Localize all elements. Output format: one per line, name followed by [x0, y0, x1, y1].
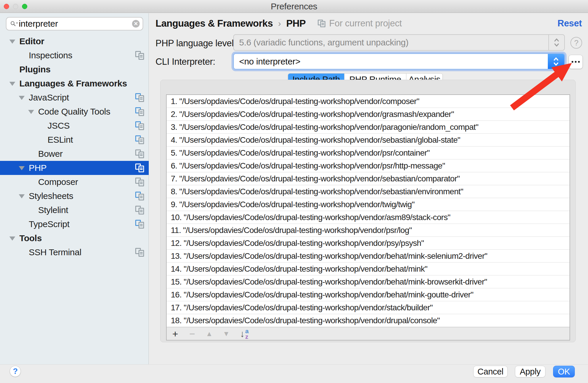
sidebar-item-jscs[interactable]: JSCS [0, 119, 149, 133]
cli-interpreter-browse-button[interactable] [569, 55, 583, 69]
include-path-row[interactable]: 4. "/Users/opdavies/Code/os/drupal-testi… [167, 134, 570, 147]
sidebar-item-javascript[interactable]: JavaScript [0, 91, 149, 105]
sidebar-item-label: JavaScript [29, 93, 69, 103]
add-button[interactable]: + [167, 328, 184, 340]
reset-link[interactable]: Reset [557, 18, 582, 29]
include-path-row[interactable]: 5. "/Users/opdavies/Code/os/drupal-testi… [167, 147, 570, 159]
sidebar-item-eslint[interactable]: ESLint [0, 133, 149, 147]
breadcrumb-php[interactable]: PHP [286, 18, 306, 29]
sidebar-item-label: Editor [19, 36, 44, 46]
ok-button[interactable]: OK [553, 366, 575, 377]
remove-button: − [184, 328, 201, 340]
chevron-down-icon[interactable] [19, 166, 25, 170]
project-scope-icon [318, 20, 325, 27]
cli-interpreter-select[interactable]: <no interpreter> [233, 53, 565, 69]
help-button[interactable]: ? [10, 366, 21, 377]
sidebar-item-composer[interactable]: Composer [0, 175, 149, 189]
include-path-row[interactable]: 10. "/Users/opdavies/Code/os/drupal-test… [167, 211, 570, 224]
sidebar-item-label: Stylesheets [29, 191, 73, 201]
include-path-row[interactable]: 18. "/Users/opdavies/Code/os/drupal-test… [167, 314, 570, 327]
footer-bar: ? Cancel Apply OK [0, 364, 588, 383]
include-path-row[interactable]: 1. "/Users/opdavies/Code/os/drupal-testi… [167, 95, 570, 108]
settings-copy-icon [135, 51, 144, 60]
scope-label: For current project [329, 18, 402, 29]
include-path-row[interactable]: 12. "/Users/opdavies/Code/os/drupal-test… [167, 237, 570, 250]
cancel-button[interactable]: Cancel [473, 366, 508, 377]
language-level-help-button[interactable]: ? [570, 37, 582, 49]
include-path-row[interactable]: 7. "/Users/opdavies/Code/os/drupal-testi… [167, 172, 570, 185]
include-path-row[interactable]: 8. "/Users/opdavies/Code/os/drupal-testi… [167, 185, 570, 198]
sort-alphabetically-button[interactable]: ↓az [240, 328, 249, 339]
sidebar-item-ssh-terminal[interactable]: SSH Terminal [0, 245, 149, 259]
sidebar-item-plugins[interactable]: Plugins [0, 62, 149, 76]
settings-copy-icon [135, 121, 144, 130]
sidebar-item-label: Bower [38, 149, 63, 159]
sidebar-item-label: ESLint [48, 135, 73, 145]
include-path-row[interactable]: 9. "/Users/opdavies/Code/os/drupal-testi… [167, 198, 570, 211]
settings-search-box[interactable]: ✕ [6, 17, 143, 30]
sidebar-item-tools[interactable]: Tools [0, 231, 149, 245]
sidebar-item-label: Composer [38, 177, 78, 187]
minimize-window-button [13, 4, 18, 9]
breadcrumb-languages-frameworks[interactable]: Languages & Frameworks [156, 18, 273, 29]
sidebar-item-code-quality-tools[interactable]: Code Quality Tools [0, 105, 149, 119]
cli-interpreter-label: CLI Interpreter: [156, 57, 215, 67]
sidebar-item-editor[interactable]: Editor [0, 34, 149, 48]
sidebar-item-php[interactable]: PHP [0, 161, 149, 175]
sidebar-item-label: Stylelint [38, 205, 68, 215]
traffic-lights [4, 4, 27, 9]
include-path-row[interactable]: 3. "/Users/opdavies/Code/os/drupal-testi… [167, 121, 570, 134]
include-path-row[interactable]: 14. "/Users/opdavies/Code/os/drupal-test… [167, 263, 570, 275]
search-input[interactable] [19, 19, 132, 29]
settings-copy-icon [135, 149, 144, 158]
sidebar-item-stylelint[interactable]: Stylelint [0, 203, 149, 217]
sidebar-item-stylesheets[interactable]: Stylesheets [0, 189, 149, 203]
zoom-window-button[interactable] [22, 4, 27, 9]
settings-copy-icon [135, 178, 144, 186]
include-path-row[interactable]: 15. "/Users/opdavies/Code/os/drupal-test… [167, 275, 570, 288]
chevron-down-icon[interactable] [19, 194, 25, 198]
clear-search-icon[interactable]: ✕ [132, 20, 140, 28]
language-level-label: PHP language level: [156, 38, 236, 49]
chevron-down-icon[interactable] [9, 236, 15, 241]
sidebar-item-label: Tools [19, 233, 42, 243]
settings-tree: EditorInspectionsPluginsLanguages & Fram… [0, 34, 149, 259]
include-path-row[interactable]: 17. "/Users/opdavies/Code/os/drupal-test… [167, 301, 570, 314]
language-level-select: 5.6 (variadic functions, argument unpack… [233, 34, 565, 51]
cli-interpreter-value: <no interpreter> [239, 54, 300, 69]
scope-indicator: For current project [317, 18, 402, 29]
list-toolbar: +−▲▼↓az [167, 327, 570, 340]
include-path-row[interactable]: 2. "/Users/opdavies/Code/os/drupal-testi… [167, 108, 570, 121]
sidebar-item-bower[interactable]: Bower [0, 147, 149, 161]
chevron-down-icon[interactable] [28, 110, 34, 114]
sort-az-icon: az [245, 328, 249, 339]
include-path-row[interactable]: 6. "/Users/opdavies/Code/os/drupal-testi… [167, 159, 570, 172]
include-path-row[interactable]: 11. "/Users/opdavies/Code/os/drupal-test… [167, 224, 570, 237]
sidebar-item-label: Inspections [29, 50, 72, 60]
sidebar: ✕ EditorInspectionsPluginsLanguages & Fr… [0, 13, 149, 364]
include-path-list: 1. "/Users/opdavies/Code/os/drupal-testi… [166, 94, 570, 341]
include-path-row[interactable]: 13. "/Users/opdavies/Code/os/drupal-test… [167, 250, 570, 263]
chevron-down-icon[interactable] [9, 82, 15, 86]
sidebar-item-typescript[interactable]: TypeScript [0, 217, 149, 231]
preferences-window: Preferences ✕ EditorInspectionsPluginsLa… [0, 0, 588, 383]
sidebar-item-languages-frameworks[interactable]: Languages & Frameworks [0, 76, 149, 91]
sidebar-item-inspections[interactable]: Inspections [0, 48, 149, 62]
sidebar-item-label: Languages & Frameworks [19, 79, 127, 88]
settings-copy-icon [135, 107, 144, 116]
include-path-row[interactable]: 16. "/Users/opdavies/Code/os/drupal-test… [167, 288, 570, 301]
settings-copy-icon [135, 192, 144, 200]
apply-button[interactable]: Apply [515, 366, 545, 377]
sidebar-item-label: Plugins [19, 64, 50, 74]
cli-interpreter-stepper-icon[interactable] [548, 54, 564, 69]
settings-copy-icon [135, 135, 144, 144]
sort-arrow-icon: ↓ [240, 329, 245, 338]
settings-copy-icon [135, 206, 144, 215]
chevron-down-icon[interactable] [9, 40, 15, 44]
search-icon[interactable] [10, 19, 19, 29]
close-window-button[interactable] [4, 4, 9, 9]
sidebar-item-label: Code Quality Tools [38, 107, 110, 117]
chevron-down-icon[interactable] [19, 96, 25, 100]
breadcrumb: Languages & Frameworks › PHP For current… [156, 17, 402, 30]
window-title: Preferences [0, 0, 588, 13]
